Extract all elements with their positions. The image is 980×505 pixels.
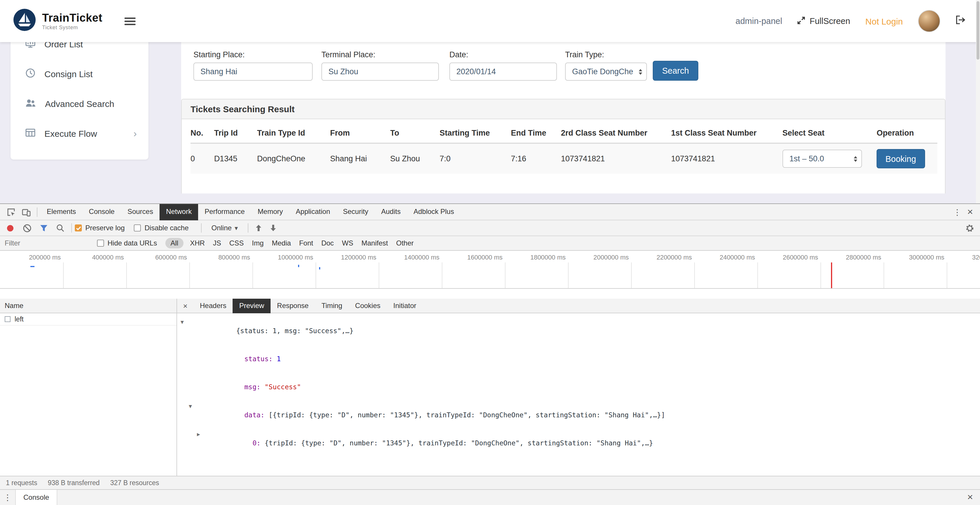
cell-starting-time: 7:0 (440, 143, 511, 174)
hide-data-urls-checkbox[interactable] (97, 240, 104, 247)
kebab-dots-icon[interactable] (953, 207, 961, 217)
divider (37, 207, 37, 217)
sidebar-item-consign-list[interactable]: Consign List (11, 59, 148, 89)
gear-icon[interactable] (966, 223, 974, 233)
filter-type-ws[interactable]: WS (342, 239, 353, 247)
preserve-log-checkbox[interactable] (75, 225, 82, 231)
gridline (315, 263, 316, 288)
hide-data-urls-label[interactable]: Hide data URLs (108, 239, 157, 247)
preserve-log-label[interactable]: Preserve log (85, 224, 125, 232)
import-har-icon[interactable] (255, 225, 262, 231)
request-row-left[interactable]: left (0, 313, 177, 325)
tab-performance[interactable]: Performance (198, 204, 251, 220)
tab-application[interactable]: Application (289, 204, 336, 220)
detail-tab-timing[interactable]: Timing (315, 298, 348, 313)
col-header: 1st Class Seat Number (671, 129, 783, 143)
hamburger-icon[interactable] (125, 17, 136, 25)
detail-tab-initiator[interactable]: Initiator (387, 298, 423, 313)
disable-cache-label[interactable]: Disable cache (145, 224, 189, 232)
detail-tab-preview[interactable]: Preview (233, 298, 270, 313)
tab-memory[interactable]: Memory (251, 204, 290, 220)
filter-type-doc[interactable]: Doc (321, 239, 334, 247)
kebab-dots-icon[interactable] (0, 493, 15, 502)
json-root-line[interactable]: {status: 1, msg: "Success",…} (177, 317, 980, 345)
filter-type-font[interactable]: Font (299, 239, 313, 247)
close-drawer-icon[interactable] (967, 492, 980, 503)
network-overview-timeline[interactable]: 200000 ms 400000 ms 600000 ms 800000 ms … (0, 251, 980, 299)
cell-2nd-class-seats: 1073741821 (561, 143, 671, 174)
detail-tab-response[interactable]: Response (270, 298, 315, 313)
tick-label: 2200000 ms (651, 254, 692, 261)
filter-type-img[interactable]: Img (252, 239, 264, 247)
sidebar-item-advanced-search[interactable]: Advanced Search (11, 89, 148, 119)
throttling-select[interactable]: Online (212, 224, 238, 232)
seat-select[interactable]: 1st – 50.0 (783, 150, 862, 168)
tab-audits[interactable]: Audits (375, 204, 407, 220)
clear-icon[interactable] (23, 223, 32, 233)
drawer-tab-console[interactable]: Console (15, 490, 57, 505)
device-toolbar-icon[interactable] (19, 205, 34, 219)
document-icon (5, 316, 11, 322)
booking-button[interactable]: Booking (877, 149, 925, 168)
search-icon[interactable] (56, 224, 64, 232)
filter-input[interactable] (5, 239, 91, 247)
json-status-line[interactable]: status: 1 (177, 345, 980, 373)
scrollbar-thumb[interactable] (977, 1, 979, 60)
sidebar-item-execute-flow[interactable]: Execute Flow › (11, 119, 148, 148)
page-scrollbar[interactable] (976, 0, 980, 203)
avatar[interactable] (918, 10, 940, 32)
tab-console[interactable]: Console (83, 204, 121, 220)
date-input[interactable] (449, 62, 557, 81)
search-button[interactable]: Search (653, 61, 698, 81)
export-har-icon[interactable] (270, 225, 277, 231)
sidebar-item-order-list[interactable]: Order List (11, 42, 148, 59)
date-field: Date: (449, 50, 557, 81)
fullscreen-button[interactable]: FullScreen (797, 16, 850, 26)
resources-size: 327 B resources (110, 479, 159, 486)
disable-cache-checkbox[interactable] (134, 225, 141, 231)
close-detail-icon[interactable]: × (177, 301, 193, 310)
devtools-tabbar: Elements Console Sources Network Perform… (0, 204, 980, 220)
expander-closed-icon[interactable] (197, 430, 200, 439)
not-login-link[interactable]: Not Login (865, 16, 903, 26)
filter-type-xhr[interactable]: XHR (190, 239, 205, 247)
detail-tab-cookies[interactable]: Cookies (348, 298, 387, 313)
cell-to: Su Zhou (390, 143, 439, 174)
funnel-icon[interactable] (40, 224, 48, 232)
train-type-field: Train Type: GaoTie DongChe (565, 50, 647, 81)
results-title: Tickets Searching Result (182, 99, 945, 119)
request-mark (30, 266, 35, 267)
expander-open-icon[interactable] (189, 401, 192, 411)
chart-icon (25, 42, 36, 50)
terminal-place-input[interactable] (321, 62, 439, 81)
network-status-bar: 1 requests 938 B transferred 327 B resou… (0, 476, 980, 489)
json-data-line[interactable]: data: [{tripId: {type: "D", number: "134… (177, 401, 980, 429)
json-item-line[interactable]: 0: {tripId: {type: "D", number: "1345"},… (177, 429, 980, 457)
tab-elements[interactable]: Elements (40, 204, 83, 220)
close-devtools-icon[interactable] (967, 206, 973, 218)
filter-type-other[interactable]: Other (396, 239, 414, 247)
brand[interactable]: TrainTicket Ticket System (13, 8, 103, 34)
train-type-select[interactable]: GaoTie DongChe (565, 62, 647, 81)
tab-security[interactable]: Security (337, 204, 375, 220)
filter-type-media[interactable]: Media (272, 239, 291, 247)
col-header: No. (191, 129, 214, 143)
expander-open-icon[interactable] (181, 317, 184, 327)
gridline (379, 263, 379, 288)
tab-sources[interactable]: Sources (121, 204, 159, 220)
select-stepper-icon (850, 156, 857, 162)
tab-network[interactable]: Network (159, 204, 198, 220)
record-icon[interactable] (7, 225, 13, 231)
filter-type-all[interactable]: All (165, 238, 183, 249)
detail-tab-headers[interactable]: Headers (193, 298, 233, 313)
filter-type-manifest[interactable]: Manifest (361, 239, 388, 247)
json-msg-line[interactable]: msg: "Success" (177, 373, 980, 401)
logout-icon[interactable] (955, 15, 966, 27)
filter-type-js[interactable]: JS (213, 239, 221, 247)
gridline (884, 263, 884, 288)
starting-place-input[interactable] (193, 62, 313, 81)
tab-adblock-plus[interactable]: Adblock Plus (407, 204, 460, 220)
name-column-header[interactable]: Name (0, 299, 177, 313)
inspect-element-icon[interactable] (3, 205, 19, 219)
filter-type-css[interactable]: CSS (229, 239, 244, 247)
